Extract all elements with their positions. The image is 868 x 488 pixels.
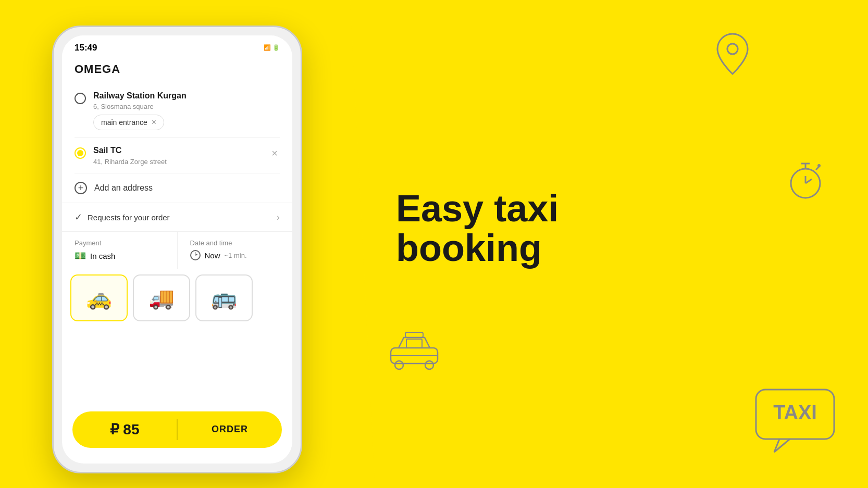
svg-rect-12 (406, 339, 422, 348)
payment-method: In cash (90, 252, 115, 260)
location-pin-icon (712, 31, 753, 80)
vehicle-card-taxi[interactable]: 🚕 (70, 274, 128, 321)
vehicle-card-bus[interactable]: 🚌 (195, 274, 253, 321)
requests-row[interactable]: ✓ Requests for your order › (62, 203, 292, 232)
stopwatch-icon (785, 156, 826, 205)
svg-rect-13 (405, 332, 423, 337)
entrance-close-icon[interactable]: × (152, 118, 156, 127)
requests-left: ✓ Requests for your order (75, 211, 170, 223)
svg-point-7 (817, 164, 821, 167)
destination-close-icon[interactable]: × (269, 145, 280, 161)
taxi-emoji: 🚕 (86, 286, 112, 310)
left-panel: 15:49 📶 🔋 OMEGA Railway Station Kur (0, 0, 354, 488)
origin-name: Railway Station Kurgan (93, 91, 280, 102)
phone-screen: 15:49 📶 🔋 OMEGA Railway Station Kur (62, 35, 292, 464)
app-header: OMEGA (62, 57, 292, 83)
requests-checkmark-icon: ✓ (75, 211, 82, 223)
origin-address: 6, Slosmana square (93, 103, 280, 110)
signal-icons: 📶 🔋 (264, 44, 280, 51)
svg-line-6 (816, 167, 819, 170)
phone-outer: 15:49 📶 🔋 OMEGA Railway Station Kur (52, 26, 302, 473)
options-row: Payment 💵 In cash Date and time Now ~1 m… (62, 232, 292, 269)
datetime-label: Date and time (190, 239, 280, 247)
route-section: Railway Station Kurgan 6, Slosmana squar… (62, 83, 292, 174)
price-value: ₽ 85 (110, 421, 140, 438)
status-bar: 15:49 📶 🔋 (62, 35, 292, 57)
svg-line-5 (805, 179, 812, 183)
datetime-option[interactable]: Date and time Now ~1 min. (178, 232, 293, 269)
status-icons: 📶 🔋 (264, 44, 280, 51)
destination-route-item: Sail TC 41, Riharda Zorge street × (75, 138, 280, 173)
datetime-now: Now (205, 251, 220, 260)
destination-address: 41, Riharda Zorge street (93, 158, 262, 166)
entrance-tag[interactable]: main entrance × (93, 115, 164, 130)
destination-name: Sail TC (93, 145, 262, 156)
datetime-value: Now ~1 min. (190, 250, 280, 260)
vehicles-row: 🚕 🚚 🚌 (62, 269, 292, 327)
svg-point-9 (395, 361, 403, 369)
cash-icon: 💵 (75, 250, 86, 261)
svg-point-10 (425, 361, 433, 369)
payment-value: 💵 In cash (75, 250, 165, 261)
price-display: ₽ 85 (72, 421, 177, 438)
order-label: ORDER (212, 424, 248, 435)
add-address-button[interactable]: + Add an address (62, 173, 292, 203)
entrance-text: main entrance (101, 118, 147, 127)
truck-emoji: 🚚 (148, 286, 175, 310)
origin-info: Railway Station Kurgan 6, Slosmana squar… (93, 91, 280, 131)
app-logo: OMEGA (75, 62, 280, 76)
origin-route-item: Railway Station Kurgan 6, Slosmana squar… (75, 83, 280, 139)
phone-mockup: 15:49 📶 🔋 OMEGA Railway Station Kur (52, 26, 302, 473)
requests-chevron-icon: › (277, 212, 280, 223)
status-time: 15:49 (75, 43, 97, 53)
taxi-bubble-icon: TAXI (753, 387, 837, 457)
destination-icon (75, 147, 86, 159)
bus-emoji: 🚌 (211, 286, 237, 310)
datetime-eta: ~1 min. (225, 252, 247, 259)
payment-option[interactable]: Payment 💵 In cash (62, 232, 178, 269)
order-button[interactable]: ORDER (178, 424, 282, 435)
svg-point-0 (727, 44, 738, 54)
hero-tagline: Easy taxi booking (396, 189, 826, 268)
payment-label: Payment (75, 239, 165, 247)
right-panel: Easy taxi booking TAXI (354, 0, 868, 488)
bottom-bar[interactable]: ₽ 85 ORDER (72, 411, 282, 448)
hero-line1: Easy taxi (396, 189, 826, 229)
destination-info: Sail TC 41, Riharda Zorge street (93, 145, 262, 166)
origin-icon (75, 93, 86, 104)
add-circle-icon: + (75, 182, 87, 194)
taxi-car-icon (386, 330, 443, 373)
clock-icon (190, 250, 201, 260)
add-address-label: Add an address (94, 183, 153, 193)
hero-line2: booking (396, 229, 826, 268)
vehicle-card-truck[interactable]: 🚚 (133, 274, 190, 321)
svg-text:TAXI: TAXI (773, 402, 817, 423)
requests-text: Requests for your order (88, 213, 170, 222)
